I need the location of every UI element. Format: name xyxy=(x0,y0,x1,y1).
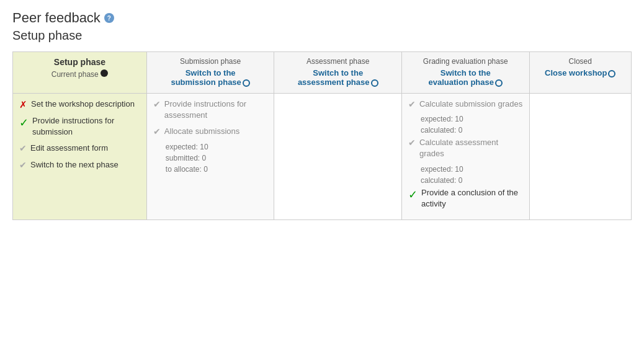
submission-calculated: calculated: 0 xyxy=(421,126,523,135)
submission-link-circle xyxy=(243,79,250,87)
title-text: Peer feedback xyxy=(12,10,101,26)
task-calc-assessment-text: Calculate assessment grades xyxy=(419,137,523,159)
grading-phase-header: Grading evaluation phase Switch to the e… xyxy=(401,52,529,94)
check-icon-1: ✓ xyxy=(19,116,29,130)
help-icon[interactable]: ? xyxy=(104,13,114,23)
submission-phase-link[interactable]: Switch to the submission phase xyxy=(153,68,268,87)
task-switch-next-phase: ✔ Switch to the next phase xyxy=(19,159,140,171)
task-edit-assessment-form: ✔ Edit assessment form xyxy=(19,143,140,154)
task-calc-submission-grades: ✔ Calculate submission grades xyxy=(408,99,523,110)
half-icon-5: ✔ xyxy=(408,99,416,109)
assessment-expected: expected: 10 xyxy=(421,165,523,174)
half-icon-2: ✔ xyxy=(19,160,27,170)
task-calc-assessment-grades: ✔ Calculate assessment grades xyxy=(408,137,523,159)
half-icon-6: ✔ xyxy=(408,138,416,148)
page-title: Peer feedback ? xyxy=(12,10,632,26)
assessment-calculated: calculated: 0 xyxy=(421,176,523,185)
half-icon-4: ✔ xyxy=(153,126,161,136)
task-provide-instructions-submission: ✓ Provide instructions for submission xyxy=(19,115,140,138)
submission-link-line2: submission phase xyxy=(171,78,241,87)
current-phase-label: Current phase xyxy=(51,70,108,79)
assessment-phase-name: Assessment phase xyxy=(280,57,395,66)
task-set-description: ✗ Set the workshop description xyxy=(19,99,140,110)
task-switch-next-text: Switch to the next phase xyxy=(30,159,119,171)
task-edit-assessment-text: Edit assessment form xyxy=(30,143,108,154)
task-provide-conclusion: ✓ Provide a conclusion of the activity xyxy=(408,187,523,210)
half-icon-1: ✔ xyxy=(19,143,27,153)
current-phase-dot xyxy=(101,69,108,77)
task-instructions-assessment-text: Provide instructions for assessment xyxy=(164,99,268,121)
assessment-link-circle xyxy=(371,79,378,87)
allocate-submitted: submitted: 0 xyxy=(166,154,268,162)
task-set-description-text: Set the workshop description xyxy=(31,99,135,110)
grading-link-line1: Switch to the xyxy=(441,68,491,78)
sub-title: Setup phase xyxy=(12,29,632,43)
submission-link-line1: Switch to the xyxy=(186,68,236,78)
submission-expected: expected: 10 xyxy=(421,115,523,123)
current-phase-text: Current phase xyxy=(51,70,99,79)
grading-link-circle xyxy=(495,79,503,87)
setup-phase-header: Setup phase Current phase xyxy=(13,52,147,94)
task-allocate-text: Allocate submissions xyxy=(164,126,239,137)
assessment-phase-body xyxy=(274,94,402,220)
submission-phase-name: Submission phase xyxy=(153,57,268,66)
assessment-link-line2: assessment phase xyxy=(298,78,370,87)
closed-phase-body xyxy=(529,94,631,220)
task-provide-instructions-text: Provide instructions for submission xyxy=(32,115,140,138)
task-allocate-submissions: ✔ Allocate submissions xyxy=(153,126,268,137)
closed-phase-name: Closed xyxy=(536,57,625,66)
grading-link-line2: evaluation phase xyxy=(429,78,494,87)
allocate-expected: expected: 10 xyxy=(166,143,268,151)
check-icon-2: ✓ xyxy=(408,188,418,202)
close-link-circle xyxy=(608,70,615,78)
submission-phase-header: Submission phase Switch to the submissio… xyxy=(146,52,274,94)
closed-phase-header: Closed Close workshop xyxy=(529,52,631,94)
phase-table: Setup phase Current phase Submission pha… xyxy=(12,51,632,220)
close-workshop-link[interactable]: Close workshop xyxy=(536,68,625,78)
grading-phase-link[interactable]: Switch to the evaluation phase xyxy=(408,68,523,87)
assessment-phase-link[interactable]: Switch to the assessment phase xyxy=(280,68,395,87)
assessment-link-line1: Switch to the xyxy=(313,68,363,78)
close-workshop-text: Close workshop xyxy=(545,68,607,78)
cross-icon-1: ✗ xyxy=(19,99,27,110)
allocate-to-allocate: to allocate: 0 xyxy=(166,165,268,174)
task-calc-submission-text: Calculate submission grades xyxy=(419,99,522,110)
grading-phase-name: Grading evaluation phase xyxy=(408,57,523,66)
setup-phase-body: ✗ Set the workshop description ✓ Provide… xyxy=(13,94,147,220)
setup-header-title: Setup phase xyxy=(19,57,140,67)
task-provide-instructions-assessment: ✔ Provide instructions for assessment xyxy=(153,99,268,121)
grading-phase-body: ✔ Calculate submission grades expected: … xyxy=(401,94,529,220)
task-conclusion-text: Provide a conclusion of the activity xyxy=(421,187,523,210)
half-icon-3: ✔ xyxy=(153,99,161,109)
assessment-phase-header: Assessment phase Switch to the assessmen… xyxy=(274,52,402,94)
submission-phase-body: ✔ Provide instructions for assessment ✔ … xyxy=(146,94,274,220)
